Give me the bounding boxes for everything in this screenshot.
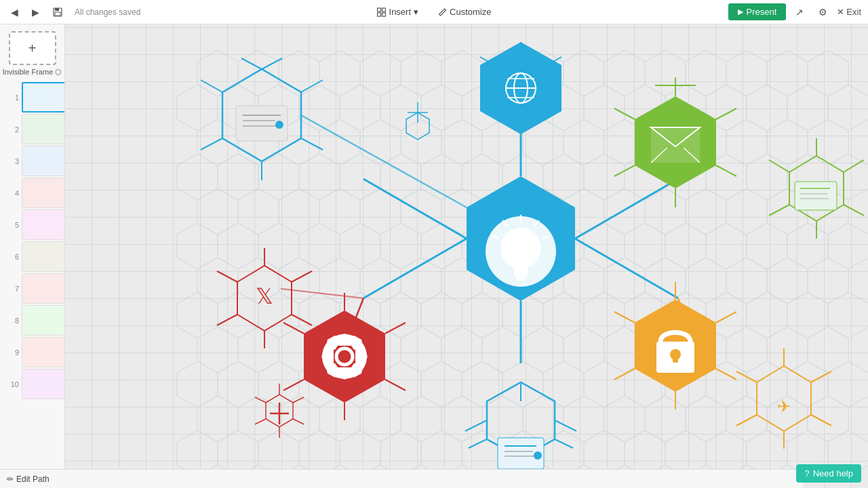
svg-marker-127 [380, 292, 421, 338]
svg-marker-85 [686, 188, 726, 235]
svg-marker-184 [686, 396, 726, 442]
svg-marker-172 [197, 396, 238, 442]
svg-marker-136 [747, 292, 787, 338]
svg-line-288 [255, 419, 266, 424]
slide-thumb-9[interactable] [22, 337, 65, 367]
svg-marker-178 [441, 396, 482, 442]
slide-item-6[interactable]: 6 [9, 241, 60, 272]
svg-marker-45 [401, 119, 441, 165]
settings-button[interactable]: ⚙ [813, 4, 833, 20]
svg-rect-303 [516, 277, 526, 281]
slide-thumb-8[interactable] [22, 305, 65, 336]
svg-marker-33 [584, 85, 625, 131]
svg-marker-49 [564, 119, 604, 165]
svg-marker-93 [340, 223, 380, 269]
customize-button[interactable]: Customize [429, 3, 499, 20]
undo-button[interactable]: ◀ [7, 5, 22, 19]
svg-marker-154 [808, 327, 848, 373]
svg-marker-101 [665, 223, 706, 269]
svg-marker-27 [340, 85, 380, 131]
svg-marker-39 [828, 85, 868, 131]
edit-path-icon: ✏ [7, 474, 14, 484]
svg-line-289 [255, 397, 266, 403]
svg-marker-18 [645, 50, 686, 96]
slide-item-1[interactable]: 1 [9, 82, 60, 113]
slide-thumb-10[interactable] [22, 369, 65, 399]
svg-marker-11 [360, 50, 401, 96]
redo-button[interactable]: ▶ [28, 5, 43, 19]
svg-line-286 [293, 419, 304, 424]
svg-marker-139 [197, 327, 238, 373]
svg-marker-132 [584, 292, 625, 338]
svg-marker-118 [686, 258, 726, 304]
svg-marker-21 [767, 50, 808, 96]
svg-marker-102 [706, 223, 747, 269]
svg-marker-74 [238, 188, 279, 235]
svg-marker-140 [238, 327, 279, 373]
svg-marker-9 [279, 50, 319, 96]
slide-item-9[interactable]: 9 [9, 337, 60, 367]
svg-marker-40 [197, 119, 238, 165]
svg-marker-86 [726, 188, 767, 235]
slide-thumb-4[interactable] [22, 178, 65, 208]
svg-marker-29 [421, 85, 462, 131]
slide-item-10[interactable]: 10 [9, 369, 60, 399]
svg-marker-122 [177, 292, 218, 338]
save-button[interactable] [49, 6, 66, 18]
frame-label[interactable]: Invisible Frame ⬡ [0, 68, 64, 77]
edit-path-button[interactable]: ✏ Edit Path [7, 474, 50, 484]
svg-marker-185 [726, 396, 767, 442]
hex-diagram[interactable]: 𝕏 ✈ [65, 24, 868, 488]
svg-marker-16 [564, 50, 604, 96]
svg-marker-58 [258, 154, 299, 200]
svg-marker-108 [279, 258, 319, 304]
slide-item-7[interactable]: 7 [9, 273, 60, 304]
svg-rect-3 [378, 8, 381, 12]
insert-button[interactable]: Insert ▾ [369, 3, 427, 20]
svg-line-258 [716, 369, 736, 380]
slide-thumb-6[interactable] [22, 241, 65, 272]
svg-marker-54 [767, 119, 808, 165]
svg-line-210 [363, 239, 467, 298]
svg-marker-20 [726, 50, 767, 96]
sidebar: + Invisible Frame ⬡ 12345678910 [0, 24, 65, 488]
svg-rect-2 [55, 12, 60, 16]
slide-thumb-7[interactable] [22, 273, 65, 304]
svg-marker-75 [279, 188, 319, 235]
slide-thumb-3[interactable] [22, 146, 65, 176]
svg-marker-83 [604, 188, 645, 235]
svg-marker-155 [177, 361, 218, 407]
slide-item-2[interactable]: 2 [9, 114, 60, 144]
svg-marker-13 [441, 50, 482, 96]
save-status: All changes saved [75, 7, 140, 17]
svg-marker-174 [279, 396, 319, 442]
svg-line-208 [575, 179, 678, 239]
svg-marker-164 [543, 361, 584, 407]
slide-item-4[interactable]: 4 [9, 178, 60, 208]
slide-thumb-1[interactable] [22, 82, 65, 113]
present-button[interactable]: ▶ Present [728, 3, 787, 20]
svg-marker-131 [543, 292, 584, 338]
share-button[interactable]: ↗ [790, 4, 809, 20]
need-help-button[interactable]: ? Need help [796, 464, 861, 483]
svg-marker-119 [726, 258, 767, 304]
slide-item-3[interactable]: 3 [9, 146, 60, 176]
exit-button[interactable]: ✕ Exit [837, 7, 861, 17]
add-slide-button[interactable]: + [9, 31, 56, 65]
svg-marker-171 [828, 361, 868, 407]
svg-marker-12 [401, 50, 441, 96]
svg-marker-17 [604, 50, 645, 96]
svg-line-273 [385, 380, 406, 390]
svg-marker-176 [360, 396, 401, 442]
topbar: ◀ ▶ All changes saved Insert ▾ Customize… [0, 0, 868, 24]
svg-marker-144 [401, 327, 441, 373]
slide-thumb-2[interactable] [22, 114, 65, 144]
svg-rect-337 [795, 182, 837, 210]
slide-item-5[interactable]: 5 [9, 209, 60, 240]
slide-item-8[interactable]: 8 [9, 305, 60, 336]
slide-thumb-5[interactable] [22, 209, 65, 240]
svg-marker-106 [197, 258, 238, 304]
svg-marker-177 [401, 396, 441, 442]
svg-marker-161 [421, 361, 462, 407]
svg-marker-147 [523, 327, 564, 373]
